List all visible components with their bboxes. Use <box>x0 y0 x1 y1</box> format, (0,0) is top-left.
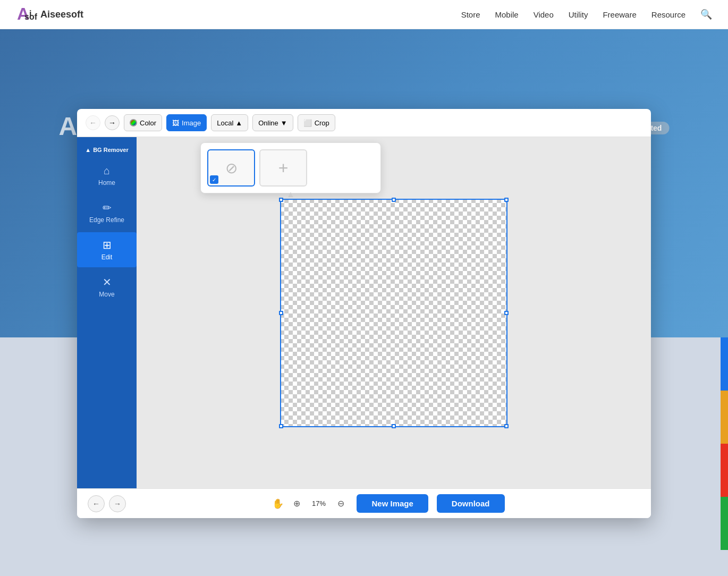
edge-refine-icon: ✏ <box>103 201 112 214</box>
strip-orange <box>721 391 728 444</box>
local-dropdown[interactable]: Local ▲ <box>211 114 248 131</box>
sidebar-logo-icon: ▲ <box>85 147 91 153</box>
sidebar-item-move[interactable]: ✕ Move <box>77 269 137 304</box>
nav-links: Store Mobile Video Utility Freeware Reso… <box>461 9 712 20</box>
handle-bm[interactable] <box>392 424 396 428</box>
nav-resource[interactable]: Resource <box>651 10 685 19</box>
handle-tm[interactable] <box>392 198 396 202</box>
modal-window: ← → Color 🖼 Image Local ▲ Online ▼ ⬜ Cro… <box>77 109 651 518</box>
nav-store[interactable]: Store <box>461 10 480 19</box>
bg-picker-dropdown: ⊘ ✓ + ▲ <box>200 142 381 193</box>
nav-video[interactable]: Video <box>534 10 554 19</box>
chevron-down-icon: ▼ <box>281 119 287 127</box>
modal-toolbar: ← → Color 🖼 Image Local ▲ Online ▼ ⬜ Cro… <box>77 109 651 137</box>
no-bg-icon: ⊘ <box>225 159 238 177</box>
modal-bottom-bar: ← → ✋ ⊕ 17% ⊖ New Image Download <box>77 488 651 518</box>
nav-arrows: ← → <box>88 495 126 512</box>
handle-tl[interactable] <box>279 198 283 202</box>
download-button[interactable]: Download <box>437 494 505 513</box>
handle-mr[interactable] <box>504 311 509 315</box>
zoom-controls: ✋ ⊕ 17% ⊖ <box>272 496 348 511</box>
next-arrow-button[interactable]: → <box>109 495 126 512</box>
move-icon: ✕ <box>103 276 112 289</box>
sidebar-item-edit[interactable]: ⊞ Edit <box>77 232 137 267</box>
canvas-area: ⊘ ✓ + ▲ <box>137 137 651 488</box>
bg-add-item[interactable]: + <box>259 149 307 187</box>
strip-green <box>721 497 728 550</box>
strip-blue <box>721 337 728 391</box>
sidebar-item-home[interactable]: ⌂ Home <box>77 158 137 193</box>
edit-icon: ⊞ <box>103 239 112 251</box>
online-dropdown[interactable]: Online ▼ <box>252 114 293 131</box>
image-icon: 🖼 <box>172 119 179 127</box>
top-navigation: Ai soft Aiseesoft Store Mobile Video Uti… <box>0 0 728 29</box>
strip-red <box>721 444 728 497</box>
search-icon[interactable]: 🔍 <box>700 9 712 20</box>
undo-button[interactable]: ← <box>86 115 100 130</box>
zoom-level: 17% <box>309 499 328 507</box>
selection-border <box>280 199 507 427</box>
person-canvas[interactable] <box>280 199 507 427</box>
modal-body: ▲ BG Remover ⌂ Home ✏ Edge Refine ⊞ Edit… <box>77 137 651 488</box>
prev-arrow-button[interactable]: ← <box>88 495 105 512</box>
sidebar-item-edge-refine[interactable]: ✏ Edge Refine <box>77 195 137 230</box>
crop-button[interactable]: ⬜ Crop <box>298 114 335 131</box>
image-button[interactable]: 🖼 Image <box>166 114 207 131</box>
pan-button[interactable]: ✋ <box>272 498 284 510</box>
color-button[interactable]: Color <box>124 114 162 131</box>
zoom-out-button[interactable]: ⊖ <box>333 496 348 511</box>
home-icon: ⌂ <box>104 165 110 177</box>
logo[interactable]: Ai soft Aiseesoft <box>16 4 83 25</box>
new-image-button[interactable]: New Image <box>357 494 428 513</box>
handle-ml[interactable] <box>279 311 283 315</box>
side-strips <box>721 337 728 550</box>
color-circle-icon <box>130 119 137 126</box>
chevron-up-icon: ▲ <box>235 119 242 127</box>
bg-picker-items: ⊘ ✓ + <box>207 149 374 187</box>
handle-br[interactable] <box>504 424 509 428</box>
zoom-in-button[interactable]: ⊕ <box>289 496 304 511</box>
add-icon: + <box>278 158 289 178</box>
crop-icon: ⬜ <box>303 119 312 127</box>
nav-utility[interactable]: Utility <box>569 10 588 19</box>
handle-bl[interactable] <box>279 424 283 428</box>
svg-text:soft: soft <box>24 12 37 21</box>
sidebar-logo: ▲ BG Remover <box>77 142 137 157</box>
nav-freeware[interactable]: Freeware <box>603 10 636 19</box>
logo-icon: Ai soft <box>16 4 37 25</box>
nav-mobile[interactable]: Mobile <box>495 10 518 19</box>
sidebar: ▲ BG Remover ⌂ Home ✏ Edge Refine ⊞ Edit… <box>77 137 137 488</box>
bg-selected-checkmark: ✓ <box>210 175 218 184</box>
bg-picker-arrow: ▲ <box>286 190 295 199</box>
bg-no-item[interactable]: ⊘ ✓ <box>207 149 255 187</box>
redo-button[interactable]: → <box>105 115 120 130</box>
handle-tr[interactable] <box>504 198 509 202</box>
